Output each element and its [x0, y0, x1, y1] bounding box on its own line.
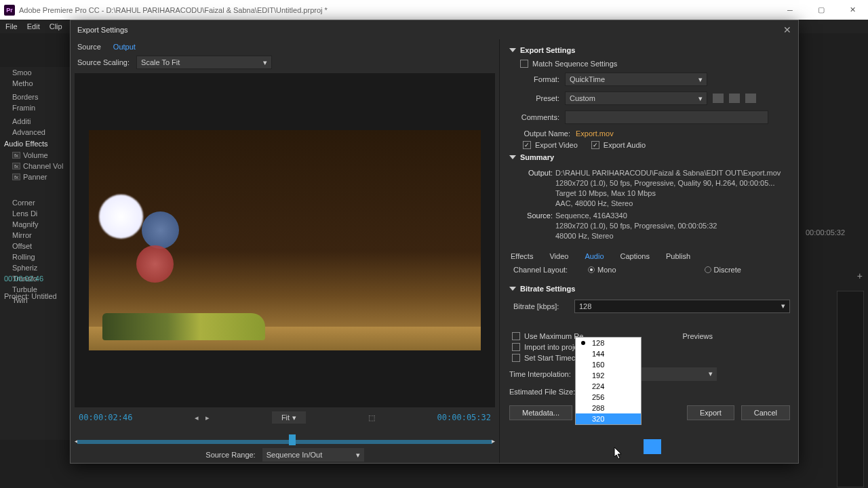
chevron-down-icon: ▾: [709, 369, 713, 378]
bg-timecode: 00:00:02:46: [4, 274, 43, 283]
fx-row[interactable]: Smoo: [0, 67, 70, 78]
delete-preset-icon[interactable]: [745, 94, 756, 103]
zoom-select[interactable]: Fit ▾: [272, 411, 306, 424]
output-name-link[interactable]: Export.mov: [576, 129, 614, 138]
queue-button-edge[interactable]: [644, 439, 661, 454]
effects-panel: Smoo Metho Borders Framin Additi Advance…: [0, 67, 70, 440]
disclosure-icon: [509, 287, 516, 291]
timecode-out[interactable]: 00:00:05:32: [437, 413, 491, 422]
match-sequence-label: Match Sequence Settings: [532, 60, 617, 68]
export-button[interactable]: Export: [687, 405, 734, 420]
effect-item[interactable]: Rolling: [0, 251, 70, 262]
subtab-captions[interactable]: Captions: [620, 252, 650, 260]
subtab-audio[interactable]: Audio: [585, 252, 604, 260]
set-start-tc-label: Set Start Timeco: [524, 354, 579, 362]
save-preset-icon[interactable]: [713, 94, 724, 103]
bitrate-option-256[interactable]: 256: [576, 392, 641, 403]
fx-row[interactable]: Metho: [0, 78, 70, 89]
preview-content: [142, 211, 179, 249]
radio-discrete[interactable]: [705, 266, 711, 273]
fx-row[interactable]: Advanced: [0, 127, 70, 138]
window-controls: ─ ▢ ✕: [774, 0, 868, 20]
subtab-publish[interactable]: Publish: [666, 252, 690, 260]
scrubber-track[interactable]: [77, 440, 492, 444]
effect-item[interactable]: Mirror: [0, 230, 70, 241]
import-preset-icon[interactable]: [729, 94, 740, 103]
set-start-tc-checkbox[interactable]: [512, 354, 520, 362]
close-icon[interactable]: ✕: [783, 24, 791, 35]
source-scaling-select[interactable]: Scale To Fit ▾: [136, 56, 272, 69]
export-audio-label: Export Audio: [604, 141, 646, 149]
import-project-checkbox[interactable]: [512, 343, 520, 351]
bitrate-option-160[interactable]: 160: [576, 359, 641, 370]
match-sequence-checkbox[interactable]: [520, 60, 528, 68]
source-range-select[interactable]: Sequence In/Out ▾: [262, 448, 364, 462]
cancel-button[interactable]: Cancel: [741, 405, 790, 420]
chevron-down-icon: ▾: [698, 75, 703, 84]
tab-output[interactable]: Output: [113, 43, 136, 51]
preset-label: Preset:: [509, 94, 565, 102]
bitrate-option-128[interactable]: 128: [576, 338, 641, 348]
estimated-size-label: Estimated File Size:: [509, 388, 575, 396]
export-video-checkbox[interactable]: ✓: [523, 141, 531, 149]
metadata-button[interactable]: Metadata...: [509, 405, 572, 420]
effect-item[interactable]: Magnify: [0, 219, 70, 230]
preset-select[interactable]: Custom ▾: [565, 92, 707, 105]
bitrate-option-320[interactable]: 320: [576, 413, 641, 424]
menu-edit[interactable]: Edit: [27, 22, 40, 30]
export-video-label: Export Video: [535, 141, 578, 149]
window-title: Adobe Premiere Pro CC - D:\RAHUL PARIHAR…: [19, 6, 328, 14]
subtab-effects[interactable]: Effects: [511, 252, 533, 260]
add-button[interactable]: +: [857, 270, 863, 281]
bitrate-option-144[interactable]: 144: [576, 348, 641, 359]
fx-row[interactable]: Framin: [0, 102, 70, 113]
prev-frame-icon[interactable]: ◂: [195, 413, 199, 422]
cursor-icon: [614, 447, 623, 460]
chevron-down-icon: ▾: [263, 58, 267, 67]
playhead[interactable]: [289, 434, 296, 445]
next-frame-icon[interactable]: ▸: [205, 413, 210, 422]
bitrate-select[interactable]: 128 ▾: [574, 300, 790, 313]
close-icon[interactable]: ✕: [837, 0, 868, 20]
timecode-in[interactable]: 00:00:02:46: [79, 413, 132, 422]
timeline-timecode: 00:00:05:32: [800, 223, 868, 264]
output-name-label: Output Name:: [509, 129, 576, 138]
chevron-down-icon: ▾: [356, 451, 360, 460]
bitrate-dropdown[interactable]: 128 144 160 192 224 256 288 320: [575, 337, 642, 425]
minimize-icon[interactable]: ─: [774, 0, 806, 20]
format-select[interactable]: QuickTime ▾: [565, 73, 707, 86]
effect-item[interactable]: Offset: [0, 241, 70, 251]
bitrate-option-224[interactable]: 224: [576, 381, 641, 392]
tab-source[interactable]: Source: [77, 43, 101, 51]
effect-item[interactable]: Corner: [0, 197, 70, 208]
menu-clip[interactable]: Clip: [50, 22, 62, 30]
bitrate-option-288[interactable]: 288: [576, 403, 641, 413]
comments-input[interactable]: [565, 110, 768, 124]
export-settings-header[interactable]: Export Settings: [509, 46, 790, 54]
fx-volume[interactable]: fxVolume: [0, 150, 70, 161]
preview-content: [99, 195, 143, 239]
fx-channel-vol[interactable]: fxChannel Vol: [0, 161, 70, 171]
out-marker-icon[interactable]: ▸: [492, 437, 495, 445]
summary-header[interactable]: Summary: [509, 153, 790, 161]
fx-row[interactable]: Borders: [0, 92, 70, 102]
bitrate-option-192[interactable]: 192: [576, 370, 641, 381]
export-audio-checkbox[interactable]: ✓: [591, 141, 599, 149]
maximize-icon[interactable]: ▢: [806, 0, 837, 20]
radio-mono[interactable]: [588, 266, 595, 273]
menu-file[interactable]: File: [5, 22, 18, 30]
audio-meter: [837, 291, 864, 487]
bitrate-settings-header[interactable]: Bitrate Settings: [509, 285, 790, 293]
effect-item[interactable]: Lens Di: [0, 208, 70, 219]
aspect-icon[interactable]: ⬚: [368, 413, 375, 422]
dialog-title: Export Settings: [77, 26, 128, 34]
scrubber[interactable]: ◂ ▸: [77, 428, 492, 447]
time-interpolation-label: Time Interpolation:: [509, 370, 584, 378]
format-label: Format:: [509, 75, 565, 83]
use-max-render-checkbox[interactable]: [512, 332, 520, 340]
fx-panner[interactable]: fxPanner: [0, 171, 70, 182]
effect-item[interactable]: Spheriz: [0, 262, 70, 273]
subtab-video[interactable]: Video: [549, 252, 568, 260]
channel-layout-label: Channel Layout:: [513, 266, 574, 274]
fx-row[interactable]: Additi: [0, 116, 70, 127]
